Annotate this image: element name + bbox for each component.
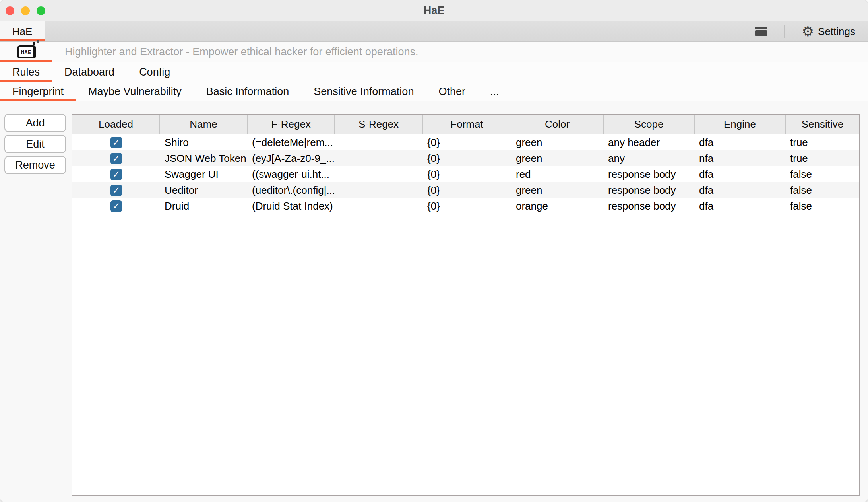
vertical-divider [784, 25, 785, 38]
tab-other[interactable]: Other [426, 82, 478, 101]
tab-sensitive-information[interactable]: Sensitive Information [301, 82, 426, 101]
cell-format: {0} [423, 150, 511, 166]
cell-loaded: ✓ [72, 198, 160, 214]
cell-scope: response body [604, 182, 695, 198]
cell-name: JSON Web Token [160, 150, 248, 166]
layout-window-icon-bar [755, 27, 767, 29]
close-window-button[interactable] [6, 6, 14, 15]
tab-config[interactable]: Config [127, 62, 182, 82]
cell-f-regex: (ueditor\.(config|... [248, 182, 335, 198]
cell-s-regex [335, 166, 423, 182]
table-row[interactable]: ✓ Swagger UI ((swagger-ui.ht... {0} red … [72, 166, 859, 182]
column-header-f-regex[interactable]: F-Regex [248, 115, 335, 134]
suite-tab-hae[interactable]: HaE [0, 21, 45, 41]
tab-more[interactable]: ... [478, 82, 511, 101]
cell-f-regex: (Druid Stat Index) [248, 198, 335, 214]
cell-name: Druid [160, 198, 248, 214]
table-body: ✓ Shiro (=deleteMe|rem... {0} green any … [72, 134, 859, 495]
tab-basic-information[interactable]: Basic Information [194, 82, 302, 101]
loaded-checkbox[interactable]: ✓ [110, 153, 122, 164]
cell-engine: dfa [695, 134, 786, 150]
cell-engine: nfa [695, 150, 786, 166]
cell-color: green [511, 182, 604, 198]
hae-logo-badge: HAE [17, 45, 36, 58]
loaded-checkbox[interactable]: ✓ [110, 200, 122, 212]
tab-fingerprint[interactable]: Fingerprint [0, 82, 76, 101]
loaded-checkbox[interactable]: ✓ [110, 169, 122, 180]
minimize-window-button[interactable] [21, 6, 30, 15]
settings-button[interactable]: ⚙ Settings [802, 25, 855, 38]
loaded-checkbox[interactable]: ✓ [110, 137, 122, 148]
logo-pixel-decoration [37, 40, 39, 43]
banner: HAE Highlighter and Extractor - Empower … [0, 42, 868, 62]
table-row[interactable]: ✓ Ueditor (ueditor\.(config|... {0} gree… [72, 182, 859, 198]
column-header-name[interactable]: Name [160, 115, 248, 134]
cell-loaded: ✓ [72, 150, 160, 166]
traffic-lights [6, 6, 45, 15]
settings-label: Settings [818, 25, 855, 38]
cell-s-regex [335, 134, 423, 150]
table-row[interactable]: ✓ Druid (Druid Stat Index) {0} orange re… [72, 198, 859, 214]
layout-window-icon[interactable] [755, 27, 767, 36]
logo-pixel-decoration [33, 42, 35, 45]
cell-engine: dfa [695, 182, 786, 198]
edit-button[interactable]: Edit [4, 135, 66, 153]
column-header-loaded[interactable]: Loaded [72, 115, 160, 134]
cell-color: orange [511, 198, 604, 214]
cell-format: {0} [423, 166, 511, 182]
column-header-scope[interactable]: Scope [604, 115, 695, 134]
cell-engine: dfa [695, 198, 786, 214]
cell-loaded: ✓ [72, 166, 160, 182]
column-header-engine[interactable]: Engine [695, 115, 786, 134]
cell-format: {0} [423, 198, 511, 214]
cell-s-regex [335, 198, 423, 214]
cell-name: Swagger UI [160, 166, 248, 182]
gear-icon: ⚙ [802, 25, 814, 38]
cell-s-regex [335, 150, 423, 166]
cell-name: Ueditor [160, 182, 248, 198]
cell-name: Shiro [160, 134, 248, 150]
suite-bar-controls: ⚙ Settings [755, 21, 868, 41]
column-header-sensitive[interactable]: Sensitive [786, 115, 859, 134]
title-bar: HaE [0, 0, 868, 21]
cell-scope: response body [604, 198, 695, 214]
rules-table: Loaded Name F-Regex S-Regex Format Color… [72, 114, 860, 496]
cell-sensitive: false [786, 182, 859, 198]
rule-actions-sidebar: Add Edit Remove [0, 101, 72, 502]
cell-scope: any [604, 150, 695, 166]
cell-color: green [511, 150, 604, 166]
layout-window-icon-block [755, 30, 767, 36]
remove-button[interactable]: Remove [4, 156, 66, 174]
cell-sensitive: true [786, 150, 859, 166]
cell-f-regex: (=deleteMe|rem... [248, 134, 335, 150]
cell-f-regex: ((swagger-ui.ht... [248, 166, 335, 182]
loaded-checkbox[interactable]: ✓ [110, 185, 122, 196]
suite-tab-label: HaE [12, 25, 33, 38]
window-title: HaE [424, 4, 445, 17]
cell-loaded: ✓ [72, 134, 160, 150]
cell-format: {0} [423, 182, 511, 198]
tab-databoard[interactable]: Databoard [52, 62, 127, 82]
cell-scope: any header [604, 134, 695, 150]
tab-rules[interactable]: Rules [0, 62, 52, 82]
table-row[interactable]: ✓ Shiro (=deleteMe|rem... {0} green any … [72, 134, 859, 150]
cell-color: red [511, 166, 604, 182]
app-subtitle: Highlighter and Extractor - Empower ethi… [65, 46, 418, 58]
cell-engine: dfa [695, 166, 786, 182]
banner-underline [0, 60, 52, 62]
tab-maybe-vulnerability[interactable]: Maybe Vulnerability [76, 82, 194, 101]
suite-tab-bar: HaE ⚙ Settings [0, 21, 868, 42]
table-row[interactable]: ✓ JSON Web Token (eyJ[A-Za-z0-9_... {0} … [72, 150, 859, 166]
column-header-s-regex[interactable]: S-Regex [335, 115, 423, 134]
cell-s-regex [335, 182, 423, 198]
cell-sensitive: true [786, 134, 859, 150]
table-header-row: Loaded Name F-Regex S-Regex Format Color… [72, 115, 859, 134]
column-header-format[interactable]: Format [423, 115, 511, 134]
add-button[interactable]: Add [4, 114, 66, 132]
column-header-color[interactable]: Color [511, 115, 604, 134]
zoom-window-button[interactable] [37, 6, 45, 15]
rules-sub-tab-bar: Fingerprint Maybe Vulnerability Basic In… [0, 82, 868, 101]
cell-sensitive: false [786, 166, 859, 182]
cell-format: {0} [423, 134, 511, 150]
hae-logo: HAE [17, 45, 36, 58]
